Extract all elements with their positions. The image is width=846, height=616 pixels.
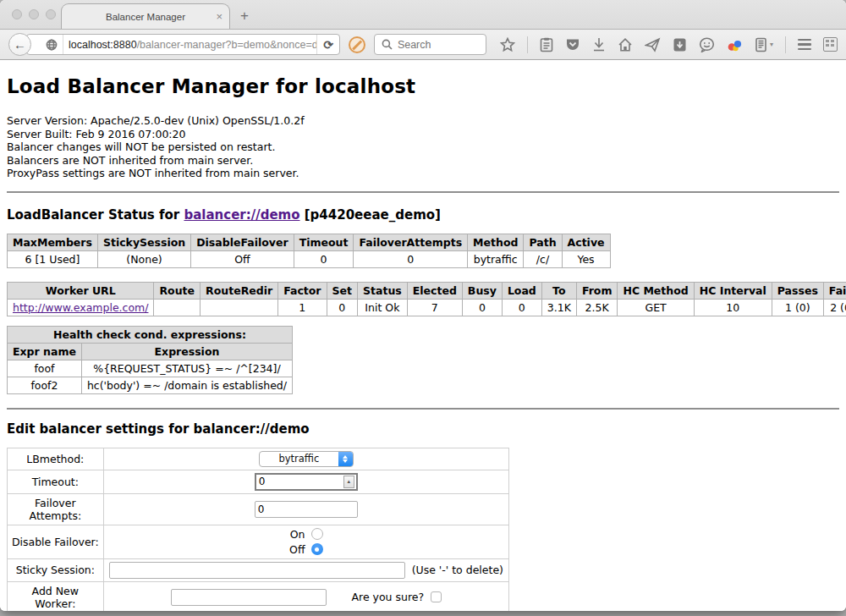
balancer-table-header: Path [524,234,562,250]
tab-close-icon[interactable]: × [216,10,222,23]
url-bar[interactable]: localhost:8880/balancer-manager?b=demo&n… [26,34,340,55]
balancer-status-table: MaxMembersStickySessionDisableFailoverTi… [7,234,611,268]
on-label: On [290,528,305,541]
menu-button[interactable] [798,39,811,51]
search-bar[interactable] [374,34,486,55]
timeout-label: Timeout: [8,470,104,493]
timeout-value: 0 [256,476,343,487]
content-blocked-icon[interactable] [349,36,365,53]
hello-chat-icon[interactable] [699,37,715,52]
minimize-window-button[interactable] [29,9,39,19]
downloads-icon[interactable] [592,37,606,52]
expression-cell: hc('body') =~ /domain is established/ [81,377,292,393]
colorful-addon-icon[interactable] [727,37,743,52]
lbmethod-label: LBmethod: [8,448,104,470]
url-text[interactable]: localhost:8880/balancer-manager?b=demo&n… [63,39,316,51]
zoom-window-button[interactable] [46,9,56,19]
health-table-row: foof2 hc('body') =~ /domain is establish… [8,377,293,393]
worker-table-header: Passes [772,282,823,299]
are-you-sure-label: Are you sure? [352,591,425,603]
navigation-toolbar: ← localhost:8880/balancer-manager?b=demo… [0,30,846,60]
worker-table-cell [201,299,278,316]
screengrab-addon-icon[interactable] [823,37,838,52]
balancer-table-header: MaxMembers [8,234,98,250]
reading-list-icon[interactable] [540,37,553,52]
balancer-table-cell: /c/ [524,250,562,267]
window-controls[interactable] [12,9,56,19]
add-worker-row: Add New Worker: Are you sure? [8,581,509,611]
home-icon[interactable] [618,37,633,52]
chevron-down-icon[interactable]: ▾ [770,41,773,48]
timeout-input[interactable]: 0 ▴ [255,473,358,491]
worker-table-cell: 7 [407,299,462,316]
sticky-session-note: (Use '-' to delete) [412,564,503,576]
reload-button[interactable]: ⟳ [316,35,339,54]
page-content: Load Balancer Manager for localhost Serv… [0,60,846,611]
balancer-table-cell: (None) [97,250,190,267]
balancer-table-cell: 0 [294,250,354,267]
send-page-icon[interactable] [645,37,661,52]
lbmethod-row: LBmethod: bytraffic [8,448,509,470]
search-input[interactable] [398,39,474,51]
worker-table-row: http://www.example.com/ 10Init Ok7003.1K… [8,299,846,316]
server-info-line: Server Built: Feb 9 2016 07:00:20 [7,128,839,141]
worker-table-cell: GET [618,299,694,316]
add-worker-label: Add New Worker: [8,581,104,611]
sticky-session-input[interactable] [109,562,405,579]
save-to-pocket-icon[interactable] [673,37,687,52]
browser-window: Balancer Manager × + ← localhost:8880/ba… [0,0,846,611]
site-identity[interactable] [41,35,63,54]
timeout-row: Timeout: 0 ▴ [8,470,509,493]
server-info-line: ProxyPass settings are NOT inherited fro… [7,167,839,180]
add-worker-input[interactable] [171,589,327,606]
health-table-row: foof %{REQUEST_STATUS} =~ /^[234]/ [8,360,293,377]
worker-table-header-row: Worker URLRouteRouteRedirFactorSetStatus… [8,282,846,299]
balancer-table-cell: bytraffic [468,250,524,267]
server-info: Server Version: Apache/2.5.0-dev (Unix) … [7,114,839,180]
lbmethod-select[interactable]: bytraffic [259,451,354,467]
balancer-table-cell: Off [191,250,294,267]
worker-table-cell: 10 [694,299,772,316]
sidebar-addon-icon[interactable] [755,37,767,52]
failover-attempts-row: Failover Attempts: [8,493,509,525]
health-table-title: Health check cond. expressions: [8,326,293,343]
divider-2 [7,408,839,410]
tab-balancer-manager[interactable]: Balancer Manager × [61,3,230,29]
worker-url-link[interactable]: http://www.example.com/ [13,301,148,314]
bookmark-star-icon[interactable] [500,37,515,52]
close-window-button[interactable] [12,9,22,19]
toolbar-icons: ▾ [500,36,838,53]
health-table-body: foof %{REQUEST_STATUS} =~ /^[234]/ foof2… [8,360,293,393]
balancer-table-cell: 0 [354,250,468,267]
worker-table-header: Factor [278,282,327,299]
number-spinner-icon[interactable]: ▴ [343,476,354,488]
balancer-table-header: Method [468,234,524,250]
failover-off-radio[interactable] [311,543,323,555]
url-path: /balancer-manager?b=demo&nonce=decc37be-… [137,39,317,51]
are-you-sure-checkbox[interactable] [431,591,442,602]
tab-title: Balancer Manager [106,12,185,22]
worker-table-header: From [576,282,618,299]
failover-attempts-input[interactable] [255,501,358,518]
server-info-line: Balancers are NOT inherited from main se… [7,154,839,168]
toolbar-separator [527,36,528,53]
off-label: Off [289,543,305,556]
failover-attempts-label: Failover Attempts: [8,493,104,525]
edit-settings-heading: Edit balancer settings for balancer://de… [7,421,839,437]
failover-on-radio[interactable] [311,528,323,540]
worker-table-header: RouteRedir [201,282,278,299]
balancer-table-cell: Yes [562,250,610,267]
health-table-header: Expression [81,343,292,360]
worker-table-cell: 0 [327,299,357,316]
health-table-header: Expr name [8,343,82,360]
balancer-table-header-row: MaxMembersStickySessionDisableFailoverTi… [8,234,611,250]
worker-table-header: Worker URL [8,282,154,299]
worker-table-cell: 0 [502,299,541,316]
balancer-table-header: DisableFailover [191,234,294,250]
balancer-demo-link[interactable]: balancer://demo [184,207,299,223]
balancer-table-header: FailoverAttempts [354,234,468,250]
back-button[interactable]: ← [8,33,31,56]
balancer-table-header: Active [562,234,610,250]
pocket-icon[interactable] [565,37,580,52]
new-tab-button[interactable]: + [240,8,249,25]
